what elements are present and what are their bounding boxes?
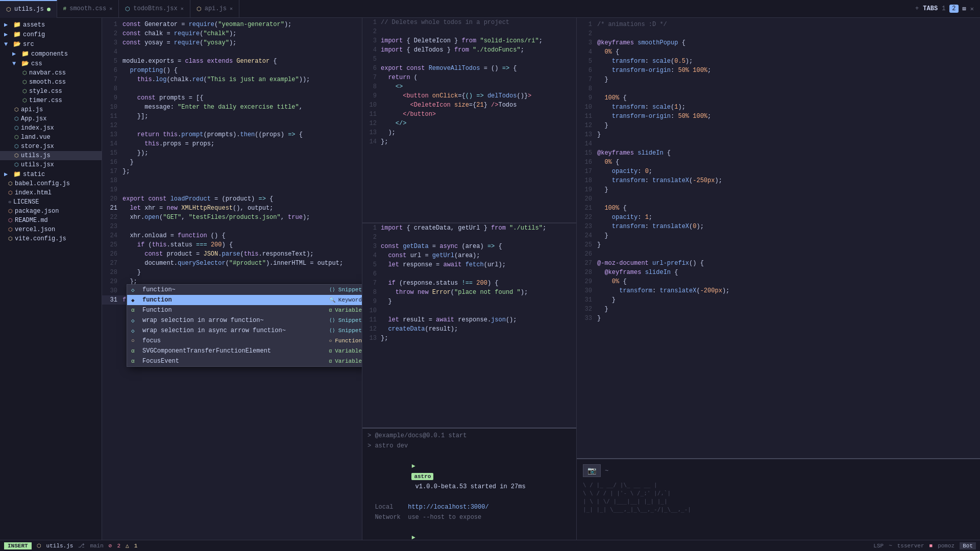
code-line-t13: 13 );	[362, 128, 576, 137]
code-line-14: 14 this.props = props;	[102, 139, 362, 148]
code-line-t11: 11 </button>	[362, 110, 576, 119]
sidebar-file-style-css[interactable]: ⬡ style.css	[0, 87, 102, 96]
main-area: ▶ 📁 assets ▶ 📁 config ▼ 📂 src ▶ 📁 compon…	[0, 18, 980, 540]
ascii-art: \ / |_ __/ |\_ __ __ | \ \ / / | |'- \ /…	[583, 481, 974, 514]
sidebar-file-babel[interactable]: ⬡ babel.config.js	[0, 179, 102, 188]
sidebar-item-static[interactable]: ▶ 📁 static	[0, 169, 102, 179]
autocomplete-item-svg-transfer[interactable]: α SVGComponentTransferFunctionElement α …	[127, 346, 362, 356]
ac-type-snippet1: Snippet	[338, 287, 362, 293]
ac-type-snippet3: Snippet	[338, 328, 362, 334]
code-line-28: 28 }	[102, 268, 362, 277]
ac-icon-function1: ○	[131, 338, 139, 344]
file-icon-app-jsx: ⬡	[14, 116, 19, 122]
code-line-b12: 12 createData(result);	[362, 324, 576, 334]
autocomplete-item-wrap-arrow[interactable]: ◇ wrap selection in arrow function~ ⟨⟩ S…	[127, 315, 362, 325]
css-line-16: 16 0% {	[577, 158, 980, 167]
sidebar-item-assets[interactable]: ▶ 📁 assets	[0, 20, 102, 30]
ac-icon-right-var1: α	[329, 308, 332, 313]
code-line-b5: 5 let response = await fetch(url);	[362, 260, 576, 269]
sidebar: ▶ 📁 assets ▶ 📁 config ▼ 📂 src ▶ 📁 compon…	[0, 18, 102, 540]
code-line-t5: 5	[362, 55, 576, 64]
camera-icon[interactable]: 📷	[583, 464, 601, 477]
code-line-t3: 3import { DeleteIcon } from "solid-icons…	[362, 36, 576, 45]
code-line-21: 21 let xhr = new XMLHttpRequest(), outpu…	[102, 204, 362, 213]
camera-controls: 📷 ~	[583, 464, 974, 477]
sidebar-file-app-jsx[interactable]: ⬡ App.jsx	[0, 114, 102, 123]
sidebar-file-navbar-css[interactable]: ⬡ navbar.css	[0, 68, 102, 78]
code-line-16: 16 }	[102, 158, 362, 167]
tab-close-all-icon[interactable]: ✕	[970, 5, 974, 13]
ac-type-function1: Function	[335, 338, 362, 344]
ac-type-var1: Variable	[335, 307, 362, 313]
file-icon-utils-js: ⬡	[14, 153, 19, 159]
tab-close-api-js[interactable]: ✕	[230, 6, 233, 12]
code-line-b1: 1import { createData, getUrl } from "./u…	[362, 223, 576, 233]
sidebar-file-license[interactable]: ○ LICENSE	[0, 197, 102, 207]
sidebar-file-utils-js[interactable]: ⬡ utils.js	[0, 151, 102, 160]
sidebar-file-index-jsx[interactable]: ⬡ index.jsx	[0, 123, 102, 133]
sidebar-item-components[interactable]: ▶ 📁 components	[0, 49, 102, 59]
editor1-scrollable[interactable]: 1const Generator = require("yeoman-gener…	[102, 18, 362, 540]
autocomplete-item-function-var[interactable]: α Function α Variable	[127, 305, 362, 315]
code-line-18: 18	[102, 176, 362, 185]
code-line-t4: 4import { delTodos } from "./todoFuncs";	[362, 45, 576, 55]
file-icon-vercel-json: ⬡	[8, 227, 13, 233]
sidebar-file-readme[interactable]: ⬡ README.md	[0, 216, 102, 225]
folder-icon-src: 📂	[13, 40, 21, 48]
editor-todobtns-jsx: 1// Deletes whole todos in a project 2 3…	[362, 18, 577, 540]
code-line-b2: 2	[362, 233, 576, 242]
sidebar-file-index-html[interactable]: ⬡ index.html	[0, 188, 102, 197]
css-line-23: 23 transform: translateX(0);	[577, 222, 980, 231]
code-line-25: 25 if (this.status === 200) {	[102, 240, 362, 249]
editor3-scrollable[interactable]: 1/* animations :D */ 2 3@keyframes smoot…	[577, 18, 980, 458]
tab-toggle-icon[interactable]: ⊞	[963, 5, 966, 13]
code-line-b8: 8 throw new Error("place not found ");	[362, 288, 576, 297]
autocomplete-item-wrap-async[interactable]: ◇ wrap selection in async arrow function…	[127, 325, 362, 336]
tab-close-smooth-css[interactable]: ✕	[109, 6, 112, 12]
ac-name-function-var: Function	[142, 307, 326, 314]
sidebar-item-config[interactable]: ▶ 📁 config	[0, 30, 102, 39]
css-line-5: 5 transform: scale(0.5);	[577, 57, 980, 66]
sidebar-item-css[interactable]: ▼ 📂 css	[0, 59, 102, 68]
sidebar-file-store-jsx[interactable]: ⬡ store.jsx	[0, 142, 102, 151]
autocomplete-item-function-snippet[interactable]: ◇ function~ ⟨⟩ Snippet	[127, 285, 362, 295]
status-bot-badge: Bot	[960, 542, 976, 549]
sidebar-file-vercel-json[interactable]: ⬡ vercel.json	[0, 225, 102, 234]
ac-icon-variable2: α	[131, 348, 139, 354]
code-line-t6: 6export const RemoveAllTodos = () => {	[362, 64, 576, 73]
css-line-6: 6 transform-origin: 50% 100%;	[577, 66, 980, 75]
sidebar-label-license: LICENSE	[13, 198, 39, 206]
add-tab-icon[interactable]: +	[915, 5, 919, 12]
editor-smooth-css: 1/* animations :D */ 2 3@keyframes smoot…	[577, 18, 980, 540]
sidebar-file-api-js[interactable]: ⬡ api.js	[0, 105, 102, 114]
sidebar-file-vite-config[interactable]: ⬡ vite.config.js	[0, 234, 102, 243]
astro-badge: astro	[411, 473, 433, 480]
sidebar-file-timer-css[interactable]: ⬡ timer.css	[0, 96, 102, 105]
autocomplete-item-function-keyword[interactable]: ◆ function 🔍 Keyword	[127, 295, 362, 305]
tab-smooth-css[interactable]: # smooth.css ✕	[57, 0, 119, 18]
ascii-line-3: | \ | \/ |___|__| |_| |_|	[583, 497, 974, 506]
code-line-b4: 4 const url = getUrl(area);	[362, 251, 576, 260]
sidebar-file-land-vue[interactable]: ⬡ land.vue	[0, 133, 102, 142]
tab-todobtns-jsx[interactable]: ⬡ todoBtns.jsx ✕	[119, 0, 190, 18]
editor-utils-js: 1const Generator = require("yeoman-gener…	[102, 18, 362, 540]
insert-mode-badge: INSERT	[4, 542, 32, 549]
css-line-12: 12 }	[577, 121, 980, 130]
sidebar-label-css: css	[31, 60, 42, 67]
sidebar-file-package-json[interactable]: ⬡ package.json	[0, 207, 102, 216]
sidebar-file-smooth-css[interactable]: ⬡ smooth.css	[0, 78, 102, 87]
ac-type-var3: Variable	[335, 358, 362, 364]
autocomplete-item-focus-event[interactable]: α FocusEvent α Variable	[127, 356, 362, 366]
file-icon-api-js: ⬡	[14, 107, 19, 113]
status-warnings: 1	[134, 543, 138, 549]
css-line-26: 26	[577, 249, 980, 259]
tab-icon-api-js: ⬡	[197, 6, 202, 12]
tab-utils-js[interactable]: ⬡ utils.js	[0, 0, 57, 18]
sidebar-file-utils-jsx[interactable]: ⬡ utils.jsx	[0, 160, 102, 169]
code-line-b11: 11 let result = await response.json();	[362, 315, 576, 324]
sidebar-item-src[interactable]: ▼ 📂 src	[0, 39, 102, 49]
tab-api-js[interactable]: ⬡ api.js ✕	[190, 0, 239, 18]
code-line-b10: 10	[362, 306, 576, 315]
autocomplete-item-focus[interactable]: ○ focus ○ Function	[127, 336, 362, 346]
tab-close-todobtns-jsx[interactable]: ✕	[181, 6, 184, 12]
